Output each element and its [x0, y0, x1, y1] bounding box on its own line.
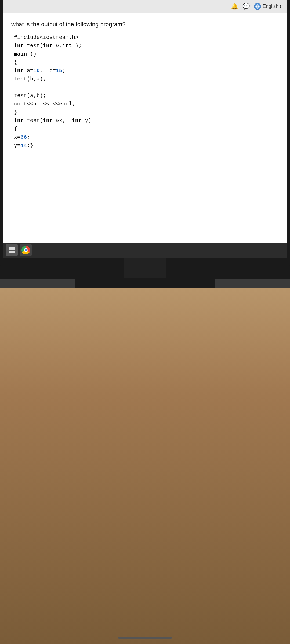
code-line-1: #include<iostream.h> [14, 33, 276, 42]
chat-icon: 💬 [242, 3, 250, 10]
code-line-14: y=44;} [14, 141, 276, 150]
code-line-3: main () [14, 50, 276, 58]
code-line-12: { [14, 125, 276, 133]
desk-surface [0, 288, 290, 644]
globe-icon [254, 3, 261, 10]
chrome-taskbar-icon[interactable] [20, 244, 32, 256]
code-block: #include<iostream.h> int test(int &,int … [11, 33, 276, 150]
code-line-13: x=66; [14, 133, 276, 141]
windows-grid-icon [9, 247, 15, 253]
win-cell-3 [9, 251, 12, 254]
code-line-4: { [14, 58, 276, 67]
win-cell-4 [12, 251, 15, 254]
code-line-2: int test(int &,int ); [14, 42, 276, 50]
bell-icon: 🔔 [231, 3, 238, 10]
win-cell-2 [12, 247, 15, 250]
code-line-10: } [14, 108, 276, 116]
top-bar-right: 🔔 💬 English ( [231, 3, 281, 10]
chrome-icon [21, 246, 30, 254]
content-area: what is the output of the following prog… [3, 13, 287, 243]
win-cell-1 [9, 247, 12, 250]
chrome-inner-circle [24, 248, 28, 252]
windows-taskbar-icon[interactable] [6, 244, 18, 256]
language-selector[interactable]: English ( [254, 3, 281, 10]
code-line-8: test(a,b); [14, 92, 276, 100]
monitor-outer: 🔔 💬 English ( [0, 0, 290, 279]
language-label: English ( [263, 3, 281, 9]
code-line-9: cout<<a <<b<<endl; [14, 100, 276, 108]
bezel-left [0, 0, 3, 258]
bezel-right [287, 0, 290, 258]
code-line-11: int test(int &x, int y) [14, 116, 276, 125]
home-indicator [118, 637, 172, 639]
monitor-stand-neck [124, 258, 166, 279]
code-line-5: int a=10, b=15; [14, 67, 276, 75]
monitor-stand-base [75, 278, 215, 288]
code-line-7 [14, 83, 276, 92]
screen: 🔔 💬 English ( [3, 0, 287, 258]
code-line-6: test(b,a); [14, 75, 276, 83]
taskbar [3, 243, 287, 258]
top-bar: 🔔 💬 English ( [3, 0, 287, 13]
question-text: what is the output of the following prog… [11, 21, 276, 28]
